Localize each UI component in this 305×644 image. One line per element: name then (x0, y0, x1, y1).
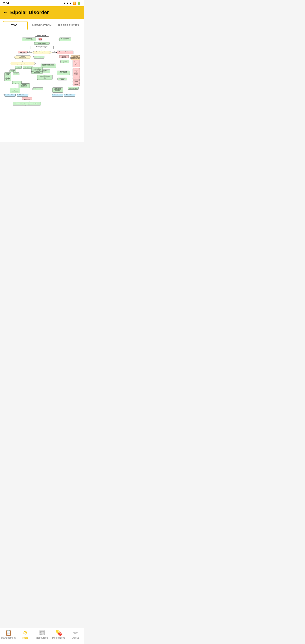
svg-text:1. Lurasidone: 1. Lurasidone (6, 73, 10, 74)
svg-text:(SOR C): (SOR C) (26, 105, 28, 106)
svg-text:Augmentation: Augmentation (22, 84, 26, 85)
svg-text:Quetiapine: Quetiapine (74, 62, 78, 64)
svg-text:4. Change to Olanzapine+Fluoxe: 4. Change to Olanzapine+Fluoxetine (31, 71, 43, 72)
svg-text:Maintenance therapy indicated: Maintenance therapy indicated (36, 46, 48, 47)
svg-text:4. Olanzapine: 4. Olanzapine (6, 78, 10, 79)
svg-text:benzodiazepine (e.g. clonazepa: benzodiazepine (e.g. clonazepam) (70, 57, 80, 58)
svg-text:Augment with mood: Augment with mood (12, 88, 18, 90)
flowchart[interactable]: Bipolar Disorder Evaluate for SI/HI, agg… (4, 34, 80, 106)
svg-text:Cariprazine: Cariprazine (74, 78, 78, 78)
svg-text:two months of no manic symptom: two months of no manic symptoms (21, 100, 33, 102)
svg-text:antidepressants: antidepressants (62, 57, 66, 58)
svg-text:Ziprasidone: Ziprasidone (74, 73, 78, 74)
back-button[interactable]: ← (3, 10, 8, 15)
svg-text:(SOR B): (SOR B) (16, 83, 18, 84)
svg-text:aggression, psychosis: aggression, psychosis (25, 39, 33, 40)
svg-text:(SOR A): (SOR A) (11, 71, 14, 72)
svg-text:(SOR A): (SOR A) (17, 68, 20, 68)
signal-icon: ▲▲▲ (63, 2, 72, 5)
svg-text:First Choice: First Choice (62, 61, 67, 62)
svg-text:Cariprazine: Cariprazine (74, 70, 78, 71)
status-icons: ▲▲▲ 🛜 🔋 (63, 2, 81, 5)
svg-text:atypical antipsychotic: atypical antipsychotic (60, 72, 67, 73)
svg-text:(SOR B): (SOR B) (61, 79, 64, 80)
svg-text:assessment: assessment (63, 39, 67, 40)
svg-text:1. Lithium  2. Valproate  3. C: 1. Lithium 2. Valproate 3. Carbamazepine (63, 94, 76, 95)
svg-text:(at anti-manic dose): (at anti-manic dose) (34, 72, 40, 73)
svg-text:symptoms persist: symptoms persist (24, 99, 30, 100)
svg-text:Lamotrigine: Lamotrigine (14, 73, 18, 74)
wifi-icon: 🛜 (73, 2, 76, 5)
svg-text:Depression: Depression (25, 98, 29, 98)
flowchart-svg: Bipolar Disorder Evaluate for SI/HI, agg… (4, 34, 80, 106)
svg-text:(SOR A): (SOR A) (63, 62, 66, 62)
svg-text:Asenapine: Asenapine (74, 74, 78, 75)
svg-text:Evaluate symptoms: Evaluate symptoms (38, 43, 46, 44)
svg-text:Atypical: Atypical (26, 67, 29, 68)
svg-text:Consider adding: Consider adding (73, 56, 78, 57)
tab-bar: TOOL MEDICATION REFERENCES (0, 19, 84, 30)
svg-text:with alternate class: with alternate class (21, 85, 28, 86)
svg-text:First Choice: First Choice (10, 70, 15, 71)
svg-text:2. Change to Cariprazine: 2. Change to Cariprazine (33, 69, 41, 70)
svg-text:Second choice: Second choice (14, 82, 20, 82)
svg-text:Olanzapine: Olanzapine (74, 72, 78, 73)
svg-text:2. Cariprazine: 2. Cariprazine (6, 76, 10, 76)
tab-medication[interactable]: MEDICATION (30, 21, 54, 30)
svg-text:ER for hospitalization: ER for hospitalization (61, 38, 69, 39)
svg-text:(SOR B): (SOR B) (44, 78, 46, 80)
svg-text:use previously effective treat: use previously effective treatment (40, 76, 50, 77)
tab-references[interactable]: REFERENCES (56, 21, 81, 30)
svg-text:may be effective): may be effective) (12, 91, 18, 92)
svg-text:Aripiprazole: Aripiprazole (74, 60, 78, 62)
svg-text:in majority of patients with B: in majority of patients with Bipolar (36, 48, 48, 48)
svg-text:Evaluate for SI/HI,: Evaluate for SI/HI, (26, 38, 32, 39)
svg-text:at lowest effective dose: at lowest effective dose (41, 77, 48, 78)
svg-text:3. Change to Quetiapine: 3. Change to Quetiapine (33, 70, 41, 71)
svg-text:Cautious introduction of lowes: Cautious introduction of lowest manufact… (16, 103, 38, 104)
svg-text:may be effective): may be effective) (55, 90, 60, 91)
svg-text:Restart prior: Restart prior (37, 56, 42, 58)
svg-text:Manic / mixed / rapid cycling: Manic / mixed / rapid cycling (59, 51, 72, 52)
svg-text:(very slow titration; must be : (very slow titration; must be taking ant… (17, 104, 37, 104)
svg-text:1. Lithium  2. Valproate  3. C: 1. Lithium 2. Valproate 3. Carbamazepine (16, 94, 29, 95)
svg-text:Augment with mood: Augment with mood (54, 88, 61, 89)
svg-text:Switch to mood stabilizer: Switch to mood stabilizer (69, 88, 78, 89)
svg-text:or history of recent/severe ma: or history of recent/severe mania? (36, 52, 48, 54)
svg-text:stabilizer (lower dosing: stabilizer (lower dosing (12, 90, 18, 90)
svg-text:Yes: Yes (54, 52, 56, 52)
svg-text:High risk: High risk (39, 39, 42, 40)
svg-text:Risperidone: Risperidone (74, 64, 78, 64)
svg-text:Antipsychotic: Antipsychotic (25, 68, 30, 68)
svg-text:for sleep / agitation / severe: for sleep / agitation / severe anxiety (70, 58, 80, 59)
svg-text:3. Quetiapine: 3. Quetiapine (6, 77, 10, 78)
svg-text:Olanzapine: Olanzapine (74, 81, 78, 82)
svg-text:Maintenance/Relapse prevention: Maintenance/Relapse prevention (42, 64, 54, 65)
svg-text:Aripiprazole: Aripiprazole (74, 69, 78, 70)
svg-text:1. Lithium  2. Valproate  3. C: 1. Lithium 2. Valproate 3. Carbamazepine (4, 94, 16, 95)
svg-text:stabilizer (lower dosing: stabilizer (lower dosing (54, 89, 61, 90)
svg-text:First Choice: First Choice (16, 67, 20, 68)
svg-text:Second Choice: Second Choice (60, 78, 65, 79)
svg-text:treatment regimen: treatment regimen (36, 58, 42, 58)
svg-text:+ Fluoxetine: + Fluoxetine (6, 80, 10, 80)
svg-text:Evaluate for depressive sympto: Evaluate for depressive symptoms (42, 65, 54, 66)
svg-text:Depressed: Depressed (20, 52, 26, 53)
svg-text:Is patient currently taking: Is patient currently taking (18, 62, 27, 64)
tab-tool[interactable]: TOOL (3, 21, 28, 30)
svg-text:First Choice agent: First Choice agent (21, 86, 27, 87)
svg-text:Maintenance: Maintenance (43, 75, 47, 76)
svg-text:Quetiapine: Quetiapine (74, 71, 78, 72)
svg-text:Does patient have acute mania: Does patient have acute mania (36, 52, 48, 52)
page-title: Bipolar Disorder (10, 10, 49, 16)
time: 7:54 (3, 2, 9, 5)
svg-text:Bipolar Disorder: Bipolar Disorder (37, 35, 46, 36)
svg-text:Switch to mood stabilizer: Switch to mood stabilizer (33, 88, 42, 90)
svg-text:treated in the past?: treated in the past? (19, 57, 26, 58)
svg-text:Cariprazine: Cariprazine (74, 62, 78, 62)
header: ← Bipolar Disorder (0, 6, 84, 19)
status-bar: 7:54 ▲▲▲ 🛜 🔋 (0, 0, 84, 6)
svg-text:(SOR A): (SOR A) (6, 74, 9, 75)
svg-text:1. Add Lamotrigine: 1. Add Lamotrigine (34, 68, 40, 69)
svg-text:atypical antipsychotic for man: atypical antipsychotic for mania? (17, 64, 28, 64)
